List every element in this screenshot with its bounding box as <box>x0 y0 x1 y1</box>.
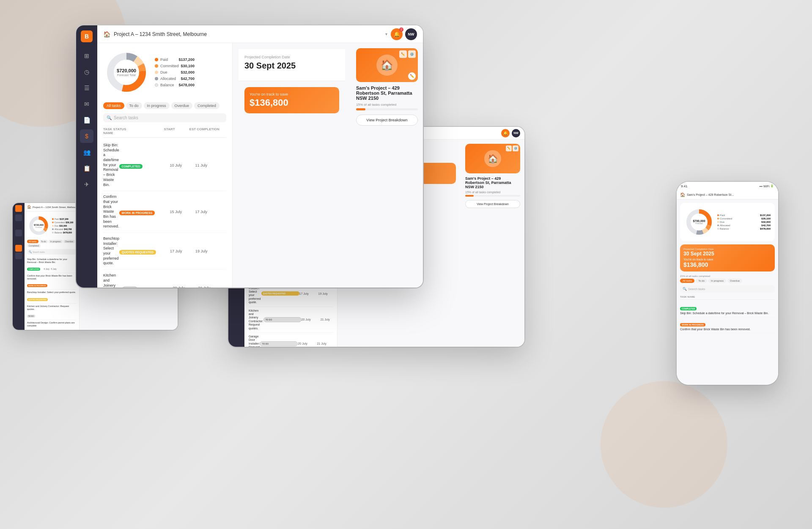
tablet-project-name: Sam's Project – 429 Robertson St, Parram… <box>465 176 520 189</box>
sidebar: B ⊞ ◷ ☰ ✉ 📄 $ 👥 📋 ✈ <box>76 25 97 288</box>
tablet-task-3-start: 17 July <box>299 292 318 295</box>
small-tablet-icon-6[interactable] <box>15 260 22 267</box>
tablet-avatar[interactable]: NW <box>512 129 520 137</box>
sidebar-item-tasks[interactable]: 📋 <box>80 162 93 175</box>
user-avatar[interactable]: NW <box>405 28 417 40</box>
tablet-project-panel: 🏠 ✏️ ⚙️ Sam's Project – 429 Robertson St… <box>461 140 524 347</box>
phone-task-2-name: Confirm that your Brick Waste Bin has be… <box>680 327 775 331</box>
small-tablet-icon-3[interactable] <box>15 230 22 236</box>
legend-committed: Committed $30,100 <box>155 64 195 68</box>
small-task-row-2[interactable]: Confirm that your Brick Waste Bin has be… <box>27 273 77 290</box>
small-tablet-icon-5[interactable] <box>15 252 22 259</box>
small-tablet-logo <box>15 205 22 212</box>
tablet-project-card-img: 🏠 ✏️ ⚙️ <box>465 144 520 173</box>
phone-donut-label: $700,000 Forecast <box>693 219 705 225</box>
small-task-3-name: Benchtop Installer: Select your preferre… <box>27 291 77 294</box>
tablet-row-4[interactable]: Kitchen and Joinery Contractor: Request … <box>249 307 333 333</box>
sidebar-item-grid[interactable]: ⊞ <box>80 49 93 63</box>
small-tablet-icon-4[interactable] <box>15 237 22 244</box>
phone-tab-all[interactable]: All tasks <box>680 279 694 283</box>
notification-bell[interactable]: 🔔 2 <box>391 28 403 40</box>
tablet-progress-label: 15% of all tasks completed <box>465 191 520 194</box>
savings-amount: $136,800 <box>250 97 334 108</box>
tab-todo[interactable]: To do <box>126 102 142 109</box>
tablet-task-5-status: TO DO <box>260 341 298 346</box>
legend-committed-value: $30,100 <box>181 64 195 68</box>
small-tablet-icon-1[interactable] <box>15 214 22 221</box>
tab-overdue[interactable]: Overdue <box>171 102 193 109</box>
small-tab-all[interactable]: All tasks <box>27 240 38 243</box>
col-start: START <box>164 127 189 135</box>
tablet-task-4-name: Kitchen and Joinery Contractor: Request … <box>249 309 263 330</box>
phone-tab-progress[interactable]: In progress <box>708 279 726 283</box>
phone-completion-date: 30 Sept 2025 <box>683 251 771 257</box>
search-bar[interactable]: 🔍 Search tasks <box>103 113 226 122</box>
phone-tab-todo[interactable]: To do <box>696 279 707 283</box>
small-tab-todo[interactable]: To do <box>39 240 48 243</box>
table-row[interactable]: Benchtop Installer: Select your preferre… <box>103 233 226 270</box>
sidebar-item-docs[interactable]: 📄 <box>80 113 93 127</box>
phone-task-2-badge: WORK IN PROGRESS <box>680 323 705 326</box>
phone-signal-icon: ▪▪▪ <box>760 185 763 188</box>
phone-l2-val: $35,100 <box>761 217 771 220</box>
tablet-notification[interactable]: 🔔 <box>501 129 510 137</box>
tab-in-progress[interactable]: In progress <box>144 102 170 109</box>
sidebar-item-calendar[interactable]: ◷ <box>80 65 93 79</box>
small-tab-completed[interactable]: Completed <box>27 244 41 247</box>
phone-task-row-2[interactable]: WORK IN PROGRESS Confirm that your Brick… <box>680 318 775 334</box>
sidebar-item-list[interactable]: ☰ <box>80 81 93 95</box>
tab-all-tasks[interactable]: All tasks <box>103 102 124 109</box>
phone-home-icon: 🏠 <box>680 192 685 197</box>
project-image-edit-icon[interactable]: ✏️ <box>408 72 416 80</box>
small-tablet-icon-active[interactable] <box>15 245 22 252</box>
small-l4-dot <box>52 228 54 230</box>
phone-l5: Balance $478,000 <box>717 227 771 230</box>
budget-summary: $720,000 Forecast Total Paid $137,200 <box>103 49 226 96</box>
tablet-settings-icon[interactable]: ⚙️ <box>513 145 518 151</box>
small-task-row-5[interactable]: Architectural Design: Confirm permit pla… <box>27 320 77 330</box>
legend-allocated-label: Allocated <box>160 77 179 81</box>
sidebar-item-budget[interactable]: $ <box>80 129 93 143</box>
donut-chart: $720,000 Forecast Total <box>103 49 150 96</box>
tablet-view-breakdown[interactable]: View Project Breakdown <box>465 200 520 208</box>
project-edit-icon[interactable]: ✏️ <box>399 50 407 58</box>
small-legend-1: Paid $137,200 <box>52 218 73 220</box>
savings-card: You're on track to save $136,800 <box>244 87 339 113</box>
small-search[interactable]: 🔍 Search tasks <box>27 249 77 255</box>
phone-task-row-1[interactable]: COMPLETED Skip Bin: Schedule a date/time… <box>680 302 775 318</box>
small-tab-overdue[interactable]: Overdue <box>63 240 75 243</box>
small-tabs: All tasks To do In progress Overdue Comp… <box>27 240 77 247</box>
topbar-chevron-icon[interactable]: ▾ <box>385 32 387 36</box>
sidebar-item-team[interactable]: 👥 <box>80 145 93 159</box>
small-task-row-4[interactable]: Kitchen and Joinery Contractor: Request … <box>27 304 77 320</box>
scene: B ⊞ ◷ ☰ ✉ 📄 $ 👥 📋 ✈ 🏠 Project A – 1234 S… <box>0 0 812 529</box>
main-content: 🏠 Project A – 1234 Smith Street, Melbour… <box>97 25 423 288</box>
table-row[interactable]: Skip Bin: Schedule a date/time for your … <box>103 140 226 191</box>
phone-tab-overdue[interactable]: Overdue <box>727 279 742 283</box>
sidebar-item-messages[interactable]: ✉ <box>80 97 93 111</box>
project-house-icon: 🏠 <box>376 55 398 76</box>
legend-allocated-value: $42,700 <box>181 77 195 81</box>
device-desktop: B ⊞ ◷ ☰ ✉ 📄 $ 👥 📋 ✈ 🏠 Project A – 1234 S… <box>76 25 423 288</box>
phone-main-scroll[interactable]: $700,000 Forecast Paid $137,200 Committe… <box>677 200 778 384</box>
small-tablet-donut: $720,000 Forecast <box>27 214 50 237</box>
small-l3-val: $32,000 <box>59 225 67 227</box>
table-row[interactable]: Kitchen and Joinery Contractor: Request … <box>103 270 226 288</box>
tab-completed[interactable]: Completed <box>194 102 219 109</box>
small-tablet-donut-row: $720,000 Forecast Paid $137,200 <box>27 214 77 237</box>
table-row[interactable]: Confirm that your Brick Waste Bin has be… <box>103 191 226 233</box>
small-task-row-1[interactable]: Skip Bin: Schedule a date/time for your … <box>27 257 77 273</box>
legend-balance-dot <box>155 83 158 87</box>
small-tablet-home-icon: 🏠 <box>27 205 31 209</box>
small-tab-progress[interactable]: In progress <box>49 240 63 243</box>
phone-l3: Due $32,000 <box>717 221 771 223</box>
topbar: 🏠 Project A – 1234 Smith Street, Melbour… <box>97 25 423 43</box>
tablet-edit-icon[interactable]: ✏️ <box>506 145 512 151</box>
view-breakdown-button[interactable]: View Project Breakdown <box>356 115 418 126</box>
project-settings-icon[interactable]: ⚙️ <box>408 50 416 58</box>
small-task-row-3[interactable]: Benchtop Installer: Select your preferre… <box>27 290 77 304</box>
small-tablet-icon-2[interactable] <box>15 222 22 229</box>
tablet-row-5[interactable]: Garage Door Installer: Request quotes TO… <box>249 333 333 347</box>
phone-search[interactable]: 🔍 Search tasks <box>680 285 775 293</box>
sidebar-item-send[interactable]: ✈ <box>80 178 93 191</box>
